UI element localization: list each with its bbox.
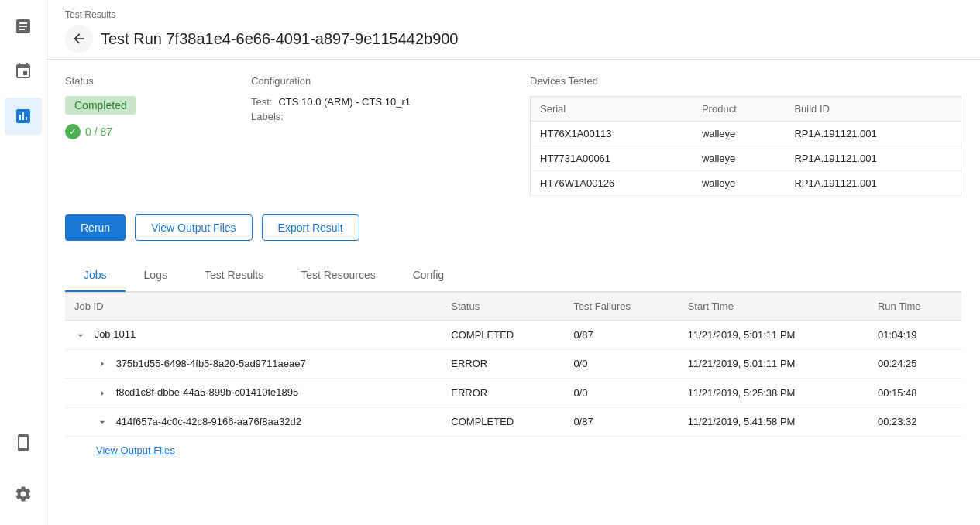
job-start-time-cell: 11/21/2019, 5:01:11 PM [679, 349, 868, 379]
device-serial: HT76X1A00113 [531, 122, 693, 146]
devices-header-row: Serial Product Build ID [531, 97, 961, 122]
view-output-button[interactable]: View Output Files [135, 214, 252, 241]
devices-tbody: HT76X1A00113 walleye RP1A.191121.001 HT7… [531, 122, 961, 196]
tabs-bar: JobsLogsTest ResultsTest ResourcesConfig [65, 259, 961, 292]
back-button[interactable] [65, 25, 93, 53]
expand-icon[interactable] [96, 358, 108, 370]
devices-table: Serial Product Build ID HT76X1A00113 wal… [530, 96, 961, 196]
jobs-header-row: Job ID Status Test Failures Start Time R… [65, 293, 961, 321]
config-test-row: Test: CTS 10.0 (ARM) - CTS 10_r1 [251, 96, 499, 108]
tab-test-results[interactable]: Test Results [186, 259, 282, 292]
header: Test Results Test Run 7f38a1e4-6e66-4091… [46, 0, 980, 60]
test-key: Test: [251, 96, 272, 108]
jobs-table: Job ID Status Test Failures Start Time R… [65, 292, 961, 437]
table-row: f8cd1c8f-dbbe-44a5-899b-c01410fe1895 ERR… [65, 379, 961, 408]
title-row: Test Run 7f38a1e4-6e66-4091-a897-9e11544… [65, 25, 961, 53]
device-build-id: RP1A.191121.001 [785, 171, 961, 196]
device-row: HT7731A00061 walleye RP1A.191121.001 [531, 146, 961, 171]
col-status: Status [442, 293, 564, 321]
table-row: 414f657a-4c0c-42c8-9166-aa76f8aa32d2 COM… [65, 407, 961, 437]
device-serial: HT7731A00061 [531, 146, 693, 171]
job-run-time-cell: 01:04:19 [868, 321, 961, 350]
sidebar-item-devices[interactable] [5, 424, 42, 462]
col-serial: Serial [531, 97, 693, 122]
config-labels-row: Labels: [251, 111, 499, 122]
test-value: CTS 10.0 (ARM) - CTS 10_r1 [278, 96, 411, 108]
device-product: walleye [693, 122, 785, 146]
job-status-cell: COMPLETED [442, 407, 564, 437]
status-label: Status [65, 75, 220, 87]
job-status-cell: ERROR [442, 379, 564, 408]
job-id-text: Job 1011 [95, 328, 136, 340]
labels-key: Labels: [251, 111, 284, 122]
device-product: walleye [693, 171, 785, 196]
status-block: Status Completed ✓ 0 / 87 [65, 75, 220, 139]
device-row: HT76W1A00126 walleye RP1A.191121.001 [531, 171, 961, 196]
expand-icon[interactable] [96, 416, 108, 428]
button-row: Rerun View Output Files Export Result [65, 214, 961, 241]
col-build-id: Build ID [785, 97, 961, 122]
job-id-text: 375b1d55-6498-4fb5-8a20-5ad9711aeae7 [116, 358, 306, 369]
info-section: Status Completed ✓ 0 / 87 Configuration … [65, 75, 961, 196]
status-badge: Completed [65, 96, 136, 115]
config-block: Configuration Test: CTS 10.0 (ARM) - CTS… [251, 75, 499, 125]
job-start-time-cell: 11/21/2019, 5:41:58 PM [679, 407, 868, 437]
device-build-id: RP1A.191121.001 [785, 122, 961, 146]
job-start-time-cell: 11/21/2019, 5:01:11 PM [679, 321, 868, 350]
tab-logs[interactable]: Logs [126, 259, 186, 292]
export-result-button[interactable]: Export Result [262, 214, 359, 241]
job-id-cell: 375b1d55-6498-4fb5-8a20-5ad9711aeae7 [65, 349, 442, 379]
col-run-time: Run Time [868, 293, 961, 321]
view-output-files-link[interactable]: View Output Files [65, 437, 961, 464]
tab-config[interactable]: Config [394, 259, 462, 292]
job-run-time-cell: 00:15:48 [868, 379, 961, 408]
col-start-time: Start Time [679, 293, 868, 321]
score-row: ✓ 0 / 87 [65, 124, 220, 139]
job-failures-cell: 0/87 [564, 407, 678, 437]
table-row: 375b1d55-6498-4fb5-8a20-5ad9711aeae7 ERR… [65, 349, 961, 379]
score-value: 0 / 87 [85, 125, 112, 138]
table-row: Job 1011 COMPLETED 0/87 11/21/2019, 5:01… [65, 321, 961, 350]
col-test-failures: Test Failures [564, 293, 678, 321]
jobs-tbody: Job 1011 COMPLETED 0/87 11/21/2019, 5:01… [65, 321, 961, 437]
job-failures-cell: 0/87 [564, 321, 678, 350]
rerun-button[interactable]: Rerun [65, 214, 126, 241]
job-run-time-cell: 00:24:25 [868, 349, 961, 379]
job-failures-cell: 0/0 [564, 349, 678, 379]
col-job-id: Job ID [65, 293, 442, 321]
sidebar-item-scheduled[interactable] [5, 53, 42, 90]
sidebar [0, 0, 46, 525]
job-run-time-cell: 00:23:32 [868, 407, 961, 437]
job-status-cell: COMPLETED [442, 321, 564, 350]
device-product: walleye [693, 146, 785, 171]
job-id-cell: f8cd1c8f-dbbe-44a5-899b-c01410fe1895 [65, 379, 442, 408]
sidebar-item-plans[interactable] [5, 8, 42, 45]
job-id-cell: 414f657a-4c0c-42c8-9166-aa76f8aa32d2 [65, 407, 442, 437]
job-id-text: 414f657a-4c0c-42c8-9166-aa76f8aa32d2 [116, 416, 301, 427]
device-serial: HT76W1A00126 [531, 171, 693, 196]
job-status-cell: ERROR [442, 349, 564, 379]
device-build-id: RP1A.191121.001 [785, 146, 961, 171]
tab-jobs[interactable]: Jobs [65, 259, 126, 292]
devices-label: Devices Tested [530, 75, 961, 87]
main-content: Test Results Test Run 7f38a1e4-6e66-4091… [46, 0, 980, 525]
devices-block: Devices Tested Serial Product Build ID H… [530, 75, 961, 196]
tab-test-resources[interactable]: Test Resources [282, 259, 394, 292]
breadcrumb: Test Results [65, 9, 961, 20]
check-icon: ✓ [65, 124, 81, 139]
sidebar-item-settings[interactable] [5, 475, 42, 513]
col-product: Product [693, 97, 785, 122]
device-row: HT76X1A00113 walleye RP1A.191121.001 [531, 122, 961, 146]
expand-icon[interactable] [96, 387, 108, 400]
job-id-cell: Job 1011 [65, 321, 442, 350]
config-label: Configuration [251, 75, 499, 87]
job-id-text: f8cd1c8f-dbbe-44a5-899b-c01410fe1895 [116, 386, 299, 398]
content-area: Status Completed ✓ 0 / 87 Configuration … [46, 60, 980, 525]
sidebar-item-results[interactable] [5, 98, 42, 135]
job-failures-cell: 0/0 [564, 379, 678, 408]
job-start-time-cell: 11/21/2019, 5:25:38 PM [679, 379, 868, 408]
page-title: Test Run 7f38a1e4-6e66-4091-a897-9e11544… [101, 30, 459, 48]
expand-icon[interactable] [74, 329, 87, 341]
